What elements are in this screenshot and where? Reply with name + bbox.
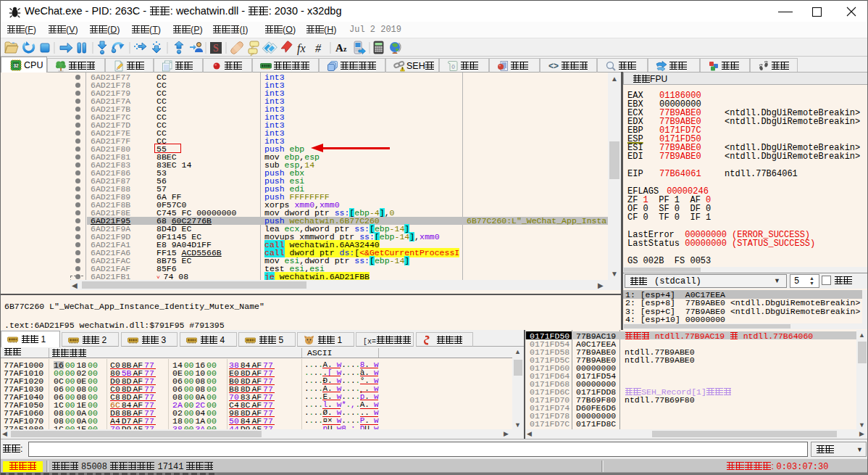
svg-text:<>: <> (548, 61, 559, 71)
svg-text:〈〉: 〈〉 (451, 64, 455, 69)
svg-text:32: 32 (13, 63, 19, 68)
svg-text:!: ! (402, 67, 404, 71)
svg-text:z: z (343, 45, 347, 53)
svg-text:A: A (335, 42, 343, 54)
svg-text:[x=]: [x=] (363, 338, 376, 346)
svg-text:S: S (213, 43, 219, 54)
svg-text:#: # (315, 42, 322, 54)
svg-text:fx: fx (297, 42, 306, 55)
